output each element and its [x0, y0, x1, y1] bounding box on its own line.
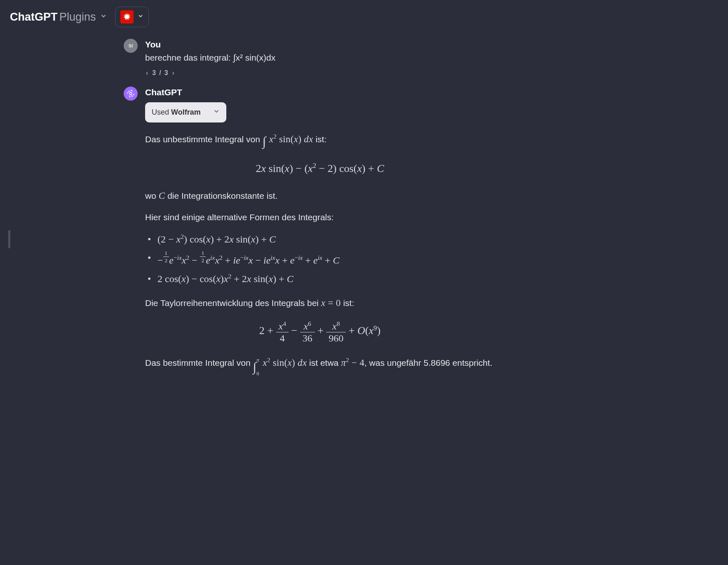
used-plugin-chip[interactable]: Used Wolfram: [145, 102, 226, 122]
block-equation-2: 2 + x44 − x636 + x8960 + O(x9): [145, 320, 495, 344]
chevron-down-icon: [138, 13, 143, 21]
block-equation-1: 2x sin(x) − (x2 − 2) cos(x) + C: [145, 160, 495, 177]
conversation: SI You berechne das integral: ∫x² sin(x)…: [124, 34, 495, 384]
list-item: −12e−ixx2 − 12eixx2 + ie−ixx − ieixx + e…: [148, 250, 495, 268]
inline-equation: x = 0: [321, 298, 341, 308]
list-item: (2 − x2) cos(x) + 2x sin(x) + C: [148, 232, 495, 247]
svg-marker-0: [123, 13, 131, 21]
user-author: You: [145, 40, 495, 49]
pagination-sep: /: [159, 69, 161, 77]
chevron-down-icon: [100, 13, 107, 21]
list-item: 2 cos(x) − cos(x)x2 + 2x sin(x) + C: [148, 271, 495, 287]
para-4: Die Taylorreihenentwicklung des Integral…: [145, 296, 495, 311]
chevron-down-icon: [213, 108, 220, 117]
prev-arrow[interactable]: ‹: [145, 69, 149, 77]
inline-equation: ∫π0 x2 sin(x) dx: [253, 358, 307, 368]
alt-forms-list: (2 − x2) cos(x) + 2x sin(x) + C −12e−ixx…: [148, 232, 495, 287]
assistant-avatar: [124, 87, 138, 101]
inline-equation: C: [159, 191, 165, 201]
pagination-current: 3: [152, 69, 156, 77]
title-main: ChatGPT Plugins: [10, 11, 96, 24]
used-plugin-label: Used Wolfram: [152, 108, 201, 117]
para-1: Das unbestimmte Integral von ∫ x2 sin(x)…: [145, 132, 495, 151]
user-message: SI You berechne das integral: ∫x² sin(x)…: [124, 39, 495, 77]
para-3: Hier sind einige alternative Formen des …: [145, 211, 495, 224]
message-pagination: ‹ 3 / 3 ›: [145, 69, 495, 77]
svg-point-1: [129, 92, 132, 95]
wolfram-icon: [120, 10, 134, 24]
model-selector[interactable]: ChatGPT Plugins: [10, 11, 107, 24]
scrollbar-thumb[interactable]: [8, 230, 10, 248]
plugin-selector[interactable]: [115, 7, 149, 27]
para-2: wo C die Integrationskonstante ist.: [145, 188, 495, 203]
pagination-total: 3: [164, 69, 168, 77]
next-arrow[interactable]: ›: [171, 69, 175, 77]
para-5: Das bestimmte Integral von ∫π0 x2 sin(x)…: [145, 355, 495, 377]
user-avatar: SI: [124, 39, 138, 53]
inline-equation: π2 − 4: [341, 358, 364, 368]
inline-equation: ∫ x2 sin(x) dx: [263, 134, 313, 144]
assistant-body: Das unbestimmte Integral von ∫ x2 sin(x)…: [145, 132, 495, 377]
assistant-author: ChatGPT: [145, 87, 495, 97]
assistant-message: ChatGPT Used Wolfram Das unbestimmte Int…: [124, 87, 495, 384]
user-text: berechne das integral: ∫x² sin(x)dx: [145, 53, 495, 63]
